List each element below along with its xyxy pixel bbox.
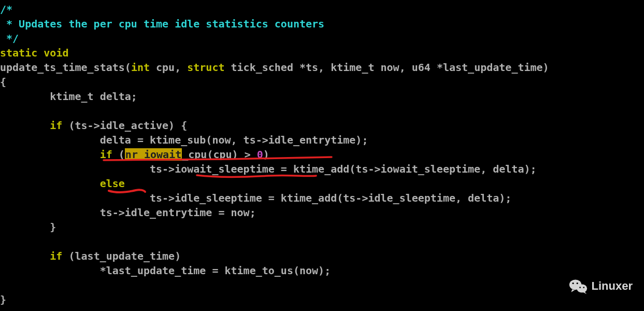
kw-if-2: if: [100, 148, 112, 161]
svg-point-5: [583, 287, 584, 288]
comment-close: */: [0, 32, 19, 45]
watermark: Linuxer: [569, 278, 633, 294]
if1-cond: (ts->idle_active) {: [62, 119, 187, 132]
kw-else: else: [100, 177, 125, 190]
if2-close: ): [263, 148, 269, 161]
sig-open: (: [125, 61, 131, 74]
line-idle-sleeptime: ts->idle_sleeptime = ktime_add(ts->idle_…: [0, 192, 511, 204]
svg-point-4: [579, 287, 581, 288]
line-last-update: *last_update_time = ktime_to_us(now);: [0, 264, 331, 277]
else-indent: [0, 177, 100, 190]
line-iowait-sleeptime: ts->iowait_sleeptime = ktime_add(ts->iow…: [0, 163, 537, 175]
kw-if-3: if: [50, 250, 62, 262]
line-delta-assign: delta = ktime_sub(now, ts->idle_entrytim…: [0, 134, 368, 146]
if2-indent: [0, 148, 100, 161]
comment-body: * Updates the per cpu time idle statisti…: [0, 18, 324, 30]
svg-point-1: [572, 282, 574, 284]
svg-point-2: [576, 282, 578, 284]
sig-cpu: cpu,: [150, 61, 187, 74]
svg-point-3: [577, 284, 587, 292]
if2-open: (: [112, 148, 125, 161]
code-viewer: /* * Updates the per cpu time idle stati…: [0, 0, 644, 311]
brace-open: {: [0, 76, 6, 88]
if1-close-brace: }: [0, 221, 56, 233]
kw-void: void: [44, 47, 68, 59]
line-idle-entrytime: ts->idle_entrytime = now;: [0, 206, 256, 219]
fn-name: update_ts_time_stats: [0, 61, 125, 74]
line-decl: ktime_t delta;: [0, 90, 137, 103]
sig-ts: tick_sched *ts, ktime_t now, u64 *last_u…: [225, 61, 549, 74]
if1-indent: [0, 119, 50, 132]
source-code: /* * Updates the per cpu time idle stati…: [0, 0, 644, 307]
num-zero: 0: [257, 148, 263, 161]
kw-if-1: if: [50, 119, 62, 132]
if3-indent: [0, 250, 50, 262]
if2-after-hl: _cpu(cpu) >: [182, 148, 257, 161]
comment-open: /*: [0, 3, 12, 16]
kw-int: int: [131, 61, 150, 74]
wechat-icon: [569, 278, 588, 294]
if3-cond: (last_update_time): [62, 250, 181, 262]
search-highlight-nr-iowait: nr_iowait: [125, 148, 182, 161]
watermark-label: Linuxer: [592, 279, 633, 293]
kw-struct: struct: [187, 61, 224, 74]
kw-static: static: [0, 47, 37, 59]
brace-close: }: [0, 293, 6, 306]
